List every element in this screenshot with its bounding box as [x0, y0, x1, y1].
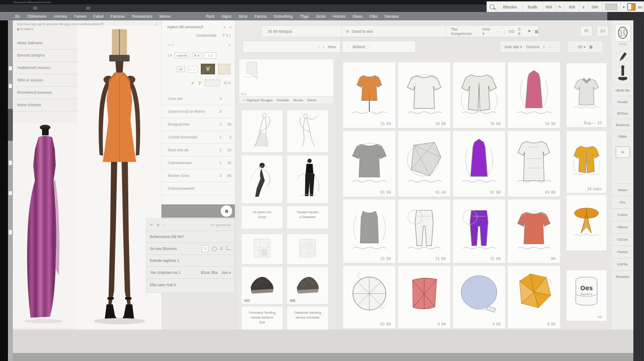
app-icon[interactable]: [33, 7, 37, 10]
sidebar-item[interactable]: Hedisemefi nsoooro: [13, 62, 80, 74]
menu-item[interactable]: Signs: [222, 14, 232, 19]
search-button[interactable]: [487, 2, 498, 12]
tool-label[interactable]: Meam: [612, 184, 633, 196]
toolbar-button[interactable]: Blbedne: [498, 2, 523, 12]
index-dropdown[interactable]: Inde tale ▾: [505, 45, 522, 49]
texture-box-button[interactable]: ≋: [616, 146, 630, 158]
design-card[interactable]: 36 99: [398, 62, 451, 128]
sketch-thumbnail[interactable]: [241, 234, 283, 265]
hamburger-menu-icon[interactable]: ≡: [223, 25, 226, 29]
toolbar-button[interactable]: a: [579, 2, 587, 12]
app-icon[interactable]: [86, 7, 90, 10]
design-card[interactable]: 8 99: [507, 265, 560, 329]
design-card[interactable]: 81 99: [343, 265, 396, 329]
design-card[interactable]: 36 99: [507, 62, 560, 128]
scroll-handle[interactable]: [9, 230, 12, 234]
design-card[interactable]: 99: [507, 199, 560, 263]
design-card[interactable]: 91 40: [398, 131, 451, 197]
menu-item[interactable]: Sausew: [384, 14, 399, 19]
sketch-thumbnail[interactable]: [287, 234, 329, 265]
size-input[interactable]: 1 0: [204, 52, 216, 59]
dots-swatch[interactable]: • •: [188, 66, 198, 73]
crop-icon[interactable]: [226, 246, 231, 250]
grid-view-icon[interactable]: ▦: [534, 29, 538, 34]
filter-button[interactable]: ◦ Bélsrnt ◦: [342, 41, 416, 53]
menu-item[interactable]: Pitte: [369, 14, 377, 19]
property-row[interactable]: Camomenoes 1 36: [162, 157, 235, 169]
sidebar-item[interactable]: Mase Sabnane: [13, 37, 80, 50]
tool-label[interactable]: BSeadas: [612, 270, 633, 283]
layout-dropdown[interactable]: 5E ▾: [578, 45, 585, 49]
caption-card[interactable]: Tavaas baoam a Gasemer: [287, 206, 329, 229]
property-row[interactable]: Refeeooneetnin: [162, 182, 235, 195]
pen-tool-button[interactable]: [618, 51, 628, 62]
nav-forward-icon[interactable]: ›: [323, 45, 324, 49]
design-card[interactable]: 31 99: [343, 199, 396, 263]
grid-layout-icon[interactable]: ▦: [589, 45, 593, 49]
menu-item[interactable]: Fabot: [93, 14, 104, 19]
purple-gown-photo[interactable]: [13, 123, 78, 327]
design-card[interactable]: 31 99: [398, 199, 451, 263]
design-card[interactable]: 4 99: [398, 265, 451, 329]
property-row[interactable]: Ceor am 3: [162, 92, 235, 105]
gallery-tab[interactable]: Smedbe: [276, 98, 289, 102]
tool-label[interactable]: CBsme: [612, 221, 633, 233]
scroll-handle[interactable]: [9, 66, 12, 70]
menu-item[interactable]: Fames: [74, 14, 87, 19]
menu-item[interactable]: Bo: [15, 14, 20, 19]
design-card[interactable]: Oesbearer's na: [566, 270, 607, 321]
export-row[interactable]: Ebs oanr And 4: [146, 279, 234, 291]
caption-card[interactable]: 9s eamu me Eand: [241, 206, 283, 229]
menu-item[interactable]: Slees: [353, 14, 363, 19]
tool-label[interactable]: Booeroel: [612, 119, 633, 131]
export-dropdown[interactable]: bas ▾: [222, 270, 231, 275]
letter-swatch[interactable]: V: [201, 64, 215, 74]
figure-icon[interactable]: ⚲: [198, 81, 201, 85]
design-card[interactable]: 31 99: [452, 199, 506, 263]
font-chip[interactable]: babdia: [175, 53, 190, 58]
property-row[interactable]: Covtas boeonaeh 1 3: [162, 131, 235, 144]
tool-label[interactable]: GSGas: [612, 233, 633, 246]
menu-item[interactable]: Ammes: [54, 14, 67, 19]
menu-item[interactable]: Thge: [300, 14, 309, 19]
gallery-preview-card[interactable]: Ei a: [239, 59, 334, 97]
property-row[interactable]: Bongoannna 3 36: [162, 118, 235, 131]
menu-item[interactable]: Moree: [159, 14, 171, 19]
menu-item[interactable]: Rent: [206, 14, 215, 19]
price-field[interactable]: 36 99 Margoa: [261, 26, 342, 37]
design-card[interactable]: Bag — 10: [566, 63, 607, 127]
sidebar-item[interactable]: Mane Kisserie: [13, 99, 80, 111]
toolbar-input-box[interactable]: [605, 4, 617, 10]
design-card[interactable]: 4 99: [452, 265, 506, 329]
material-sphere-button[interactable]: [615, 24, 631, 42]
menu-item[interactable]: Simis: [316, 14, 326, 19]
scroll-handle[interactable]: [9, 161, 12, 165]
menu-item[interactable]: Resseertes: [132, 14, 153, 19]
sidebar-item[interactable]: Bimons Sangme: [13, 50, 80, 62]
export-row[interactable]: Ss eve (Bonnou 1 C: [146, 243, 234, 255]
menu-item[interactable]: Famos: [254, 14, 267, 19]
collection-dropdown[interactable]: 5me ▾: [483, 27, 493, 36]
property-row[interactable]: Beotee Soev 3 96: [162, 169, 235, 182]
group-button[interactable]: Gnoene: [526, 45, 539, 49]
scroll-handle[interactable]: [9, 84, 12, 88]
info-button[interactable]: i: [544, 45, 544, 49]
design-card[interactable]: [566, 195, 607, 251]
tool-label[interactable]: Fosme: [612, 208, 633, 221]
header-button-s3[interactable]: S3: [597, 26, 609, 36]
light-swatch[interactable]: [218, 64, 230, 74]
tool-label[interactable]: BRSoe: [612, 108, 633, 119]
gallery-tab[interactable]: Slame: [307, 98, 316, 102]
property-row[interactable]: Bear soa a6 1 16: [162, 144, 235, 157]
export-row[interactable]: Bohenxems GB Ne?: [146, 231, 234, 243]
s9-button[interactable]: S 9: [518, 27, 524, 36]
magnifier-icon[interactable]: [212, 246, 217, 251]
sketch-thumbnail[interactable]: [241, 110, 283, 153]
tool-label[interactable]: GSPBs: [612, 258, 633, 270]
search-input[interactable]: ‹ › New: [242, 41, 341, 53]
design-card[interactable]: 69 99: [507, 131, 560, 197]
more-icon[interactable]: ···: [548, 45, 552, 49]
pen-button[interactable]: ✎: [555, 2, 565, 12]
toolbar-caret[interactable]: ▾: [621, 2, 627, 12]
accent-app-button[interactable]: [627, 2, 636, 12]
